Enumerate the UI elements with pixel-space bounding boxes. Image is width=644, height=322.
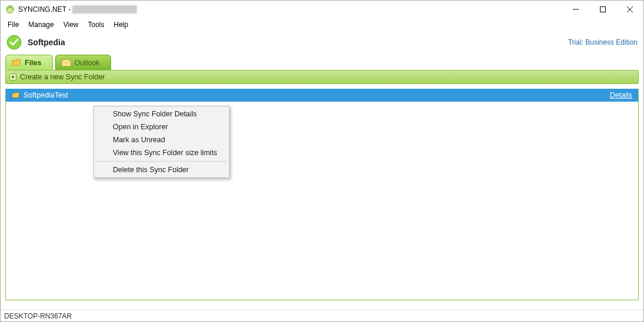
context-view-size-limits[interactable]: View this Sync Folder size limits bbox=[95, 146, 228, 159]
context-menu: Show Sync Folder Details Open in Explore… bbox=[93, 106, 230, 178]
window-title: SYNCING.NET - bbox=[18, 5, 137, 14]
create-sync-folder-bar[interactable]: Create a new Sync Folder bbox=[5, 70, 639, 84]
context-show-details[interactable]: Show Sync Folder Details bbox=[95, 108, 228, 120]
tab-outlook-label: Outlook bbox=[75, 59, 100, 67]
window-title-prefix: SYNCING.NET - bbox=[18, 5, 72, 14]
minimize-button[interactable] bbox=[562, 1, 589, 18]
menu-file[interactable]: File bbox=[3, 19, 24, 30]
menu-manage[interactable]: Manage bbox=[24, 19, 58, 30]
title-bar: SYNCING.NET - bbox=[1, 1, 643, 18]
header-row: Softpedia Trial: Business Edition bbox=[1, 31, 643, 53]
status-bar: DESKTOP-RN367AR bbox=[1, 310, 643, 321]
window-controls bbox=[562, 1, 643, 18]
create-sync-folder-label: Create a new Sync Folder bbox=[20, 73, 105, 81]
context-separator bbox=[96, 161, 227, 162]
status-ok-icon bbox=[6, 35, 22, 50]
close-button[interactable] bbox=[616, 1, 643, 18]
menu-view[interactable]: View bbox=[59, 19, 83, 30]
app-icon bbox=[5, 5, 15, 14]
menu-help[interactable]: Help bbox=[109, 19, 133, 30]
sync-folder-name: SoftpediaTest bbox=[24, 91, 68, 99]
tab-outlook[interactable]: Outlook bbox=[55, 55, 111, 70]
context-delete-folder[interactable]: Delete this Sync Folder bbox=[95, 163, 228, 176]
context-open-explorer[interactable]: Open in Explorer bbox=[95, 120, 228, 133]
envelope-icon bbox=[62, 59, 71, 66]
profile-name: Softpedia bbox=[28, 38, 65, 47]
menu-tools[interactable]: Tools bbox=[83, 19, 109, 30]
maximize-button[interactable] bbox=[589, 1, 616, 18]
context-mark-unread[interactable]: Mark as Unread bbox=[95, 133, 228, 146]
window-title-redacted bbox=[72, 5, 137, 14]
menu-bar: File Manage View Tools Help bbox=[1, 18, 643, 31]
details-link[interactable]: Details bbox=[610, 91, 632, 99]
trial-label: Trial: Business Edition bbox=[568, 38, 638, 46]
tab-files-label: Files bbox=[25, 59, 42, 67]
status-computer-name: DESKTOP-RN367AR bbox=[4, 312, 72, 320]
plus-icon bbox=[9, 73, 16, 80]
svg-rect-2 bbox=[601, 7, 606, 12]
sync-folder-icon bbox=[12, 91, 20, 99]
sync-folder-row[interactable]: SoftpediaTest Details bbox=[6, 89, 638, 102]
folder-open-icon bbox=[12, 59, 21, 67]
tabs-row: Files Outlook bbox=[1, 53, 643, 70]
tab-files[interactable]: Files bbox=[5, 55, 53, 70]
